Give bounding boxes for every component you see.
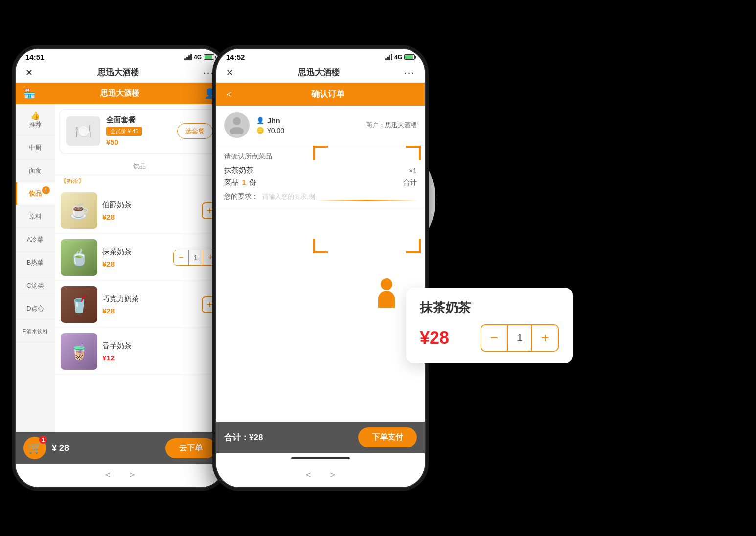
status-bar-2: 14:52 4G (216, 49, 425, 63)
signal-bar (188, 55, 190, 60)
nav-back-1[interactable]: ＜ (103, 468, 113, 481)
popup-increment-button[interactable]: + (532, 325, 558, 351)
requirement-label: 您的要求： (224, 192, 258, 201)
popup-price: ¥28 (420, 328, 449, 348)
sidebar-label-mianshi: 面食 (29, 167, 42, 174)
head-middle (381, 278, 392, 290)
close-icon-2[interactable]: ✕ (226, 67, 233, 78)
item-info-1: 抹茶奶茶 ¥28 (102, 247, 168, 268)
user-info-section: 👤 Jhn 🪙 ¥0.00 商户：思迅大酒楼 (216, 106, 425, 145)
item-img-1: 🍵 (61, 239, 97, 276)
orange-header-1: 🏪 思迅大酒楼 👤 (16, 83, 224, 104)
dishes-unit: 份 (249, 178, 256, 186)
more-icon-1[interactable]: ··· (203, 67, 214, 78)
qr-code-circle (298, 131, 435, 268)
item-info-0: 伯爵奶茶 ¥28 (102, 201, 197, 221)
item-card-1: 🍵 抹茶奶茶 ¥28 − 1 + (55, 234, 224, 281)
order-button[interactable]: 去下单 (165, 438, 216, 458)
dishes-label-text: 菜品 (224, 178, 239, 186)
nav-forward-1[interactable]: ＞ (127, 468, 137, 481)
set-meal-card: 🍽️ 全面套餐 会员价 ¥ 45 ¥50 选套餐 (60, 109, 219, 153)
stepper-1: − 1 + (173, 250, 218, 266)
sidebar-item-zhongchu[interactable]: 中厨 (16, 136, 55, 159)
sidebar-item-bhot[interactable]: B热菜 (16, 251, 55, 274)
sidebar-item-acold[interactable]: A冷菜 (16, 228, 55, 251)
battery-fill-1 (205, 55, 212, 59)
set-meal-name: 全面套餐 (106, 115, 171, 125)
sidebar-label-edrinks: E酒水饮料 (23, 328, 47, 334)
body-middle (378, 291, 395, 308)
signal-bars-2 (385, 54, 392, 60)
home-indicator (291, 457, 350, 459)
top-bar-1: ✕ 思迅大酒楼 ··· (16, 63, 224, 83)
popup-product-name: 抹茶奶茶 (420, 299, 559, 316)
confirm-title: 确认订单 (239, 89, 417, 100)
sidebar-item-drinks[interactable]: 饮品 1 (16, 182, 55, 205)
dishes-label: 菜品 1 份 (224, 178, 256, 187)
user-avatar (224, 112, 250, 138)
content-1: 🍽️ 全面套餐 会员价 ¥ 45 ¥50 选套餐 饮品 【奶茶】 (55, 104, 224, 432)
item-img-0: ☕ (61, 192, 97, 229)
sidebar-item-yuanliao[interactable]: 原料 (16, 205, 55, 228)
user-details: 👤 Jhn 🪙 ¥0.00 (256, 116, 359, 134)
pay-button[interactable]: 下单支付 (358, 427, 417, 447)
select-set-meal-button[interactable]: 选套餐 (177, 123, 213, 139)
nav-back-2[interactable]: ＜ (303, 468, 313, 481)
nav-forward-2[interactable]: ＞ (328, 468, 338, 481)
nav-bar-2 (216, 453, 425, 468)
category-header: 饮品 (55, 158, 224, 175)
plate-image: 🍽️ (66, 116, 100, 146)
confirm-total: 合计：¥28 (224, 432, 352, 443)
phones-row: 14:51 4G (15, 10, 445, 526)
signal-bar (389, 55, 390, 60)
top-bar-2: ✕ 思迅大酒楼 ··· (216, 63, 425, 83)
drinks-badge: 1 (42, 186, 50, 194)
shop-bag-icon: 🏪 (23, 88, 36, 99)
sidebar-label-ddim: D点心 (26, 305, 44, 312)
confirm-header: ＜ 确认订单 (216, 83, 425, 106)
set-meal-price: ¥50 (106, 138, 118, 146)
item-card-2: 🥤 巧克力奶茶 ¥28 + (55, 281, 224, 328)
cart-icon-wrap[interactable]: 🛒 1 (23, 437, 46, 459)
item-info-2: 巧克力奶茶 ¥28 (102, 294, 197, 315)
sidebar-item-ddim[interactable]: D点心 (16, 297, 55, 320)
set-meal-info: 全面套餐 会员价 ¥ 45 ¥50 (106, 115, 171, 147)
more-icon-2[interactable]: ··· (404, 67, 415, 78)
svg-point-1 (230, 127, 244, 134)
item-name-2: 巧克力奶茶 (102, 294, 197, 304)
signal-bar (186, 57, 188, 60)
merchant-info: 商户：思迅大酒楼 (366, 121, 417, 130)
sidebar-label-bhot: B热菜 (27, 259, 44, 266)
sidebar-item-csoup[interactable]: C汤类 (16, 274, 55, 297)
qr-inner (313, 146, 421, 253)
time-1: 14:51 (25, 53, 44, 61)
battery-1 (204, 54, 214, 60)
phone2: 14:52 4G (215, 48, 426, 488)
item-info-3: 香芋奶茶 ¥12 (102, 341, 218, 362)
sidebar-1: 👍 推荐 中厨 面食 饮品 1 (16, 104, 55, 432)
qr-corner-tr (406, 146, 421, 160)
confirm-back-button[interactable]: ＜ (224, 88, 234, 101)
user-name: Jhn (267, 116, 280, 125)
sidebar-item-recommend[interactable]: 👍 推荐 (16, 104, 55, 136)
sidebar-item-edrinks[interactable]: E酒水饮料 (16, 320, 55, 342)
sidebar-label-drinks: 饮品 (29, 190, 42, 197)
shop-title-2: 思迅大酒楼 (298, 67, 340, 78)
user-balance: ¥0.00 (267, 127, 284, 134)
popup-bottom: ¥28 − 1 + (420, 324, 559, 352)
popup-decrement-button[interactable]: − (481, 325, 507, 351)
item-name-0: 伯爵奶茶 (102, 201, 197, 210)
status-icons-2: 4G (385, 54, 415, 61)
quantity-value-1: 1 (188, 250, 203, 265)
sidebar-item-mianshi[interactable]: 面食 (16, 159, 55, 182)
qr-corner-bl (313, 239, 328, 253)
cart-icon: 🛒 (28, 442, 42, 454)
item-price-2: ¥28 (102, 307, 197, 315)
signal-bars-1 (184, 54, 192, 60)
bottom-bar-1: 🛒 1 ¥ 28 去下单 (16, 432, 224, 464)
phone-body-1: 👍 推荐 中厨 面食 饮品 1 (16, 104, 224, 432)
signal-label-2: 4G (394, 54, 402, 61)
decrement-button-1[interactable]: − (174, 250, 188, 265)
signal-bar (184, 58, 186, 60)
close-icon-1[interactable]: ✕ (25, 67, 33, 78)
